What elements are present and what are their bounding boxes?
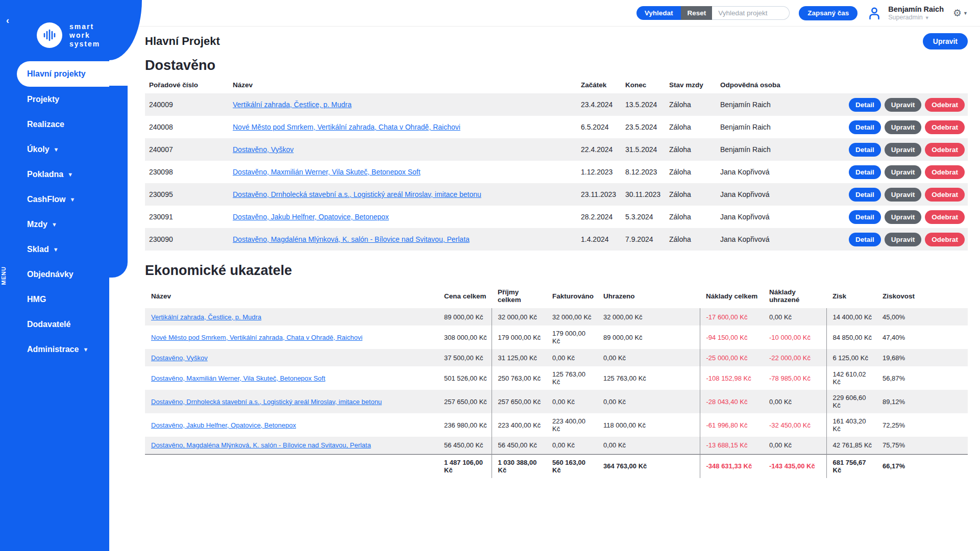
sidebar-item-hlavni-projekty[interactable]: Hlavní projekty: [17, 61, 109, 87]
value-cell: 6 125,00 Kč: [826, 349, 876, 366]
chevron-down-icon: ▼: [963, 11, 968, 16]
sidebar-item-realizace[interactable]: Realizace: [0, 112, 109, 137]
project-link[interactable]: Dostavěno, Vyškov: [233, 145, 293, 154]
detail-button[interactable]: Detail: [849, 233, 881, 246]
detail-button[interactable]: Detail: [849, 98, 881, 112]
table-row: Nové Město pod Smrkem, Vertikální zahrad…: [145, 325, 968, 349]
value-cell: 179 000,00 Kč: [492, 325, 546, 349]
value-cell: 125 763,00 Kč: [546, 366, 597, 390]
upravit-button[interactable]: Upravit: [885, 233, 922, 246]
totals-row: 1 487 106,00 Kč1 030 388,00 Kč560 163,00…: [145, 454, 968, 478]
table-cell: 230098: [145, 161, 229, 183]
sidebar-item-label: Projekty: [27, 95, 59, 104]
value-cell: -32 450,00 Kč: [763, 413, 826, 437]
upravit-button[interactable]: Upravit: [885, 188, 922, 202]
detail-button[interactable]: Detail: [849, 188, 881, 202]
table-row: Dostavěno, Drnholecká stavební a.s., Log…: [145, 390, 968, 413]
user-role-dropdown[interactable]: Superadmin▼: [888, 14, 944, 22]
edit-project-button[interactable]: Upravit: [923, 33, 968, 49]
table-cell: 8.12.2023: [621, 161, 665, 183]
value-cell: 125 763,00 Kč: [597, 366, 700, 390]
project-link[interactable]: Dostavěno, Vyškov: [151, 354, 208, 362]
value-cell: 89,12%: [876, 390, 968, 413]
project-link[interactable]: Dostavěno, Drnholecká stavební a.s., Log…: [233, 190, 481, 198]
odebrat-button[interactable]: Odebrat: [925, 120, 965, 134]
value-cell: 32 000,00 Kč: [546, 308, 597, 325]
odebrat-button[interactable]: Odebrat: [925, 143, 965, 157]
table-row: Dostavěno, Maxmilián Werner, Vila Skuteč…: [145, 366, 968, 390]
sidebar-item-administrace[interactable]: Administrace▼: [0, 337, 109, 362]
settings-menu[interactable]: ⚙ ▼: [953, 7, 968, 19]
value-cell: 56 450,00 Kč: [492, 437, 546, 454]
project-link[interactable]: Vertikální zahrada, Čestlice, p. Mudra: [151, 313, 261, 321]
value-cell: 0,00 Kč: [763, 437, 826, 454]
project-link[interactable]: Dostavěno, Drnholecká stavební a.s., Log…: [151, 398, 382, 406]
table-cell: 230091: [145, 206, 229, 228]
total-cell: 364 763,00 Kč: [597, 454, 700, 478]
chevron-down-icon: ▼: [53, 246, 59, 253]
sidebar-item-objednavky[interactable]: Objednávky: [0, 262, 109, 287]
sidebar-item-pokladna[interactable]: Pokladna▼: [0, 162, 109, 187]
project-name-cell: Dostavěno, Maxmilián Werner, Vila Skuteč…: [229, 161, 577, 183]
odebrat-button[interactable]: Odebrat: [925, 98, 965, 112]
odebrat-button[interactable]: Odebrat: [925, 188, 965, 202]
topbar: Vyhledat Reset Zapsaný čas Benjamín Raic…: [109, 0, 980, 27]
upravit-button[interactable]: Upravit: [885, 165, 922, 179]
project-link[interactable]: Dostavěno, Jakub Helfner, Opatovice, Bet…: [151, 421, 296, 429]
odebrat-button[interactable]: Odebrat: [925, 233, 965, 246]
detail-button[interactable]: Detail: [849, 120, 881, 134]
project-name-cell: Dostavěno, Drnholecká stavební a.s., Log…: [145, 390, 438, 413]
project-link[interactable]: Nové Město pod Smrkem, Vertikální zahrad…: [233, 123, 460, 131]
upravit-button[interactable]: Upravit: [885, 98, 922, 112]
total-cell: 1 030 388,00 Kč: [492, 454, 546, 478]
search-input[interactable]: [712, 6, 790, 20]
upravit-button[interactable]: Upravit: [885, 210, 922, 224]
table-cell: 5.3.2024: [621, 206, 665, 228]
project-name-cell: Dostavěno, Magdaléna Mlýnková, K. salón …: [145, 437, 438, 454]
column-header: Zisk: [826, 284, 876, 308]
table-row: Dostavěno, Jakub Helfner, Opatovice, Bet…: [145, 413, 968, 437]
table-row: Dostavěno, Magdaléna Mlýnková, K. salón …: [145, 437, 968, 454]
collapse-sidebar-icon[interactable]: ‹: [6, 15, 9, 26]
search-button[interactable]: Vyhledat: [636, 6, 681, 20]
user-icon[interactable]: [867, 6, 882, 21]
sidebar-item-hmg[interactable]: HMG: [0, 287, 109, 312]
project-name-cell: Nové Město pod Smrkem, Vertikální zahrad…: [229, 116, 577, 138]
project-name-cell: Dostavěno, Magdaléna Mlýnková, K. salón …: [229, 228, 577, 251]
sidebar-item-cashflow[interactable]: CashFlow▼: [0, 187, 109, 212]
column-header: [868, 77, 968, 93]
project-link[interactable]: Dostavěno, Magdaléna Mlýnková, K. salón …: [233, 235, 470, 243]
detail-button[interactable]: Detail: [849, 210, 881, 224]
project-link[interactable]: Vertikální zahrada, Čestlice, p. Mudra: [233, 101, 352, 109]
odebrat-button[interactable]: Odebrat: [925, 165, 965, 179]
sidebar-item-label: Administrace: [27, 345, 79, 354]
project-link[interactable]: Nové Město pod Smrkem, Vertikální zahrad…: [151, 334, 362, 341]
sidebar-item-mzdy[interactable]: Mzdy▼: [0, 212, 109, 237]
project-link[interactable]: Dostavěno, Maxmilián Werner, Vila Skuteč…: [151, 374, 325, 382]
detail-button[interactable]: Detail: [849, 143, 881, 157]
project-link[interactable]: Dostavěno, Magdaléna Mlýnková, K. salón …: [151, 441, 371, 449]
upravit-button[interactable]: Upravit: [885, 120, 922, 134]
value-cell: -22 000,00 Kč: [763, 349, 826, 366]
sidebar-item-sklad[interactable]: Sklad▼: [0, 237, 109, 262]
project-link[interactable]: Dostavěno, Jakub Helfner, Opatovice, Bet…: [233, 213, 389, 221]
value-cell: 250 763,00 Kč: [492, 366, 546, 390]
detail-button[interactable]: Detail: [849, 165, 881, 179]
sidebar-item-dodavatele[interactable]: Dodavatelé: [0, 312, 109, 337]
value-cell: 0,00 Kč: [763, 308, 826, 325]
sidebar-item-ukoly[interactable]: Úkoly▼: [0, 137, 109, 162]
upravit-button[interactable]: Upravit: [885, 143, 922, 157]
chevron-down-icon: ▼: [925, 15, 929, 20]
value-cell: 0,00 Kč: [763, 390, 826, 413]
value-cell: -10 000,00 Kč: [763, 325, 826, 349]
table-row: 230090Dostavěno, Magdaléna Mlýnková, K. …: [145, 228, 968, 251]
table-cell: 30.11.2023: [621, 183, 665, 206]
odebrat-button[interactable]: Odebrat: [925, 210, 965, 224]
logged-time-button[interactable]: Zapsaný čas: [799, 6, 857, 20]
reset-button[interactable]: Reset: [681, 6, 712, 20]
value-cell: 32 000,00 Kč: [492, 308, 546, 325]
sidebar-item-projekty[interactable]: Projekty: [0, 87, 109, 112]
project-link[interactable]: Dostavěno, Maxmilián Werner, Vila Skuteč…: [233, 168, 421, 176]
value-cell: 14 400,00 Kč: [826, 308, 876, 325]
table-row: 240009Vertikální zahrada, Čestlice, p. M…: [145, 93, 968, 116]
